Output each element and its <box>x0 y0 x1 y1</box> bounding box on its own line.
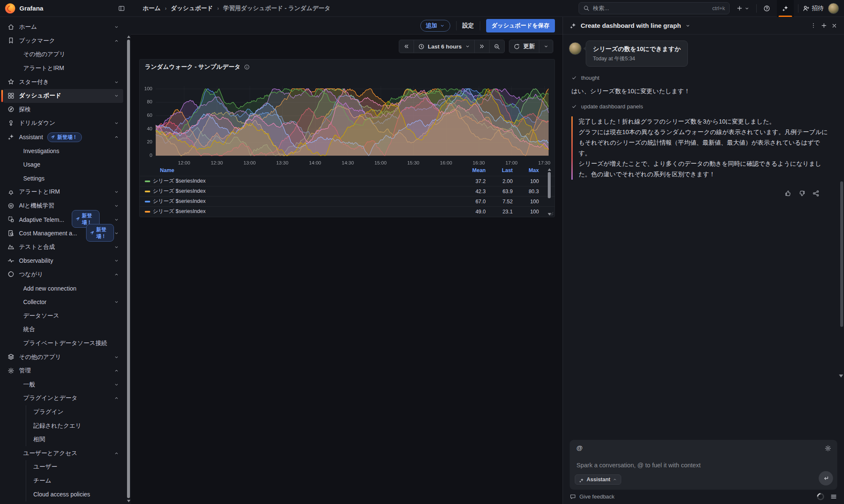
legend-row[interactable]: シリーズ $seriesIndex 49.0 23.1 100 <box>140 206 555 216</box>
dashboard-settings-button[interactable]: 設定 <box>463 22 474 30</box>
new-chat-icon[interactable] <box>821 22 827 29</box>
sidebar-item-datasources[interactable]: データソース <box>3 309 123 323</box>
sidebar-item-administration[interactable]: 管理 <box>3 364 123 378</box>
scrollbar-thumb[interactable] <box>127 40 130 498</box>
invite-button[interactable]: 招待 <box>803 5 824 12</box>
sidebar-item-cloud-access-policies[interactable]: Cloud access policies <box>3 488 123 501</box>
chevron-down-icon[interactable] <box>114 203 119 208</box>
thumbs-up-icon[interactable] <box>784 190 792 197</box>
sidebar-item-ai-ml[interactable]: AIと機械学習 <box>3 199 123 213</box>
sidebar-item-usage[interactable]: Usage <box>3 158 123 172</box>
sidebar-item-collector[interactable]: Collector <box>3 295 123 309</box>
scroll-up-arrow[interactable] <box>548 168 551 171</box>
legend-column-last[interactable]: Last <box>502 167 513 173</box>
breadcrumb-home[interactable]: ホーム <box>143 5 161 12</box>
chevron-up-icon[interactable] <box>114 396 119 401</box>
chat-scrollbar[interactable] <box>840 181 843 327</box>
series-name[interactable]: シリーズ $seriesIndex <box>153 198 206 205</box>
step-thought[interactable]: thought <box>571 75 830 81</box>
series-name[interactable]: シリーズ $seriesIndex <box>153 188 206 195</box>
legend-column-max[interactable]: Max <box>529 167 539 173</box>
legend-row[interactable]: シリーズ $seriesIndex 67.0 7.52 100 <box>140 196 555 206</box>
sidebar-item-home[interactable]: ホーム <box>3 20 123 34</box>
sidebar-item-correlations[interactable]: 相関 <box>3 433 123 447</box>
legend-column-name[interactable]: Name <box>160 167 174 173</box>
sidebar-item-connections[interactable]: つながり <box>3 268 123 282</box>
send-button[interactable] <box>819 471 833 485</box>
chevron-up-icon[interactable] <box>114 135 119 140</box>
legend-scrollbar[interactable] <box>547 168 551 216</box>
sidebar-item-explore[interactable]: 探検 <box>3 103 123 117</box>
chevron-down-icon[interactable] <box>114 217 119 222</box>
sidebar-item-users-access[interactable]: ユーザーとアクセス <box>3 446 123 460</box>
sidebar-item-private-datasource-connect[interactable]: プライベートデータソース接続 <box>3 337 123 350</box>
give-feedback-link[interactable]: Give feedback <box>579 493 614 500</box>
chevron-down-icon[interactable] <box>114 121 119 126</box>
sidebar-item-users[interactable]: ユーザー <box>3 460 123 474</box>
help-button[interactable] <box>761 3 773 13</box>
chevron-down-icon[interactable] <box>685 23 690 28</box>
sidebar-item-plugins[interactable]: プラグイン <box>3 405 123 419</box>
search-input[interactable]: 検索... ctrl+k <box>579 2 730 14</box>
mention-icon[interactable]: @ <box>576 444 583 451</box>
timeseries-chart[interactable] <box>143 73 552 167</box>
sidebar-item-general[interactable]: 一般 <box>3 377 123 391</box>
sidebar-item-plugins-data[interactable]: プラグインとデータ <box>3 391 123 405</box>
chevron-down-icon[interactable] <box>114 258 119 263</box>
chevron-up-icon[interactable] <box>114 451 119 456</box>
save-dashboard-button[interactable]: ダッシュボードを保存 <box>486 19 555 32</box>
legend-row[interactable]: シリーズ $seriesIndex 42.3 63.9 80.3 <box>140 186 555 196</box>
refresh-interval-dropdown[interactable] <box>539 40 553 53</box>
sidebar-item-integrations[interactable]: 統合 <box>3 323 123 337</box>
sidebar-item-recorded-queries[interactable]: 記録されたクエリ <box>3 419 123 433</box>
agent-selector[interactable]: Assistant <box>575 474 621 485</box>
sidebar-item-starred[interactable]: スター付き <box>3 75 123 89</box>
sidebar-item-bookmarks-other-apps[interactable]: その他のアプリ <box>3 48 123 62</box>
sidebar-collapse-icon[interactable] <box>118 5 125 12</box>
legend-column-mean[interactable]: Mean <box>472 167 486 173</box>
series-name[interactable]: シリーズ $seriesIndex <box>153 208 206 215</box>
chevron-down-icon[interactable] <box>114 231 119 236</box>
scroll-down-arrow[interactable] <box>127 500 130 502</box>
sidebar-item-settings[interactable]: Settings <box>3 172 123 186</box>
series-name[interactable]: シリーズ $seriesIndex <box>153 178 206 185</box>
hamburger-menu-icon[interactable] <box>830 493 837 500</box>
time-shift-back-button[interactable] <box>399 40 414 53</box>
panel-resize-handle[interactable] <box>549 212 554 216</box>
close-icon[interactable] <box>831 23 837 29</box>
sidebar-item-observability[interactable]: Observability <box>3 254 123 268</box>
info-icon[interactable] <box>244 64 250 70</box>
scrollbar-thumb[interactable] <box>548 172 551 198</box>
time-shift-forward-button[interactable] <box>474 40 489 53</box>
timeseries-panel[interactable]: ランダムウォーク - サンプルデータ Name Mean Last Max シリ… <box>139 59 555 217</box>
chevron-down-icon[interactable] <box>114 80 119 85</box>
legend-row[interactable]: シリーズ $seriesIndex 37.2 2.00 100 <box>140 176 555 186</box>
user-avatar[interactable] <box>828 3 839 14</box>
sidebar-item-dashboards[interactable]: ダッシュボード <box>3 89 123 103</box>
chevron-up-icon[interactable] <box>114 272 119 277</box>
chevron-up-icon[interactable] <box>114 38 119 43</box>
add-panel-button[interactable]: 追加 <box>420 20 450 32</box>
chevron-up-icon[interactable] <box>114 368 119 373</box>
step-update-panels[interactable]: update dashboard panels <box>571 103 830 110</box>
kebab-menu-icon[interactable] <box>810 22 817 29</box>
sidebar-item-investigations[interactable]: Investigations <box>3 144 123 158</box>
scroll-down-arrow[interactable] <box>839 375 843 377</box>
sidebar-item-more-apps[interactable]: その他のアプリ <box>3 350 123 364</box>
zoom-out-button[interactable] <box>489 40 504 53</box>
sidebar-item-bookmarks-alerts-irm[interactable]: アラートとIRM <box>3 62 123 75</box>
chevron-down-icon[interactable] <box>114 245 119 250</box>
sidebar-item-testing-synthetics[interactable]: テストと合成 <box>3 240 123 254</box>
chevron-down-icon[interactable] <box>114 93 119 98</box>
sidebar-item-alerts-irm[interactable]: アラートとIRM <box>3 185 123 199</box>
sidebar-item-assistant[interactable]: Assistant新登場！ <box>3 130 123 144</box>
chevron-down-icon[interactable] <box>114 189 119 194</box>
sidebar-scrollbar[interactable] <box>127 35 130 502</box>
chevron-down-icon[interactable] <box>114 355 119 360</box>
panel-header[interactable]: ランダムウォーク - サンプルデータ <box>140 59 555 72</box>
chevron-down-icon[interactable] <box>114 24 119 30</box>
sidebar-item-bookmarks[interactable]: ブックマーク <box>3 34 123 48</box>
refresh-button[interactable]: 更新 <box>509 40 539 53</box>
sidebar-item-teams[interactable]: チーム <box>3 474 123 488</box>
thumbs-down-icon[interactable] <box>798 190 806 197</box>
